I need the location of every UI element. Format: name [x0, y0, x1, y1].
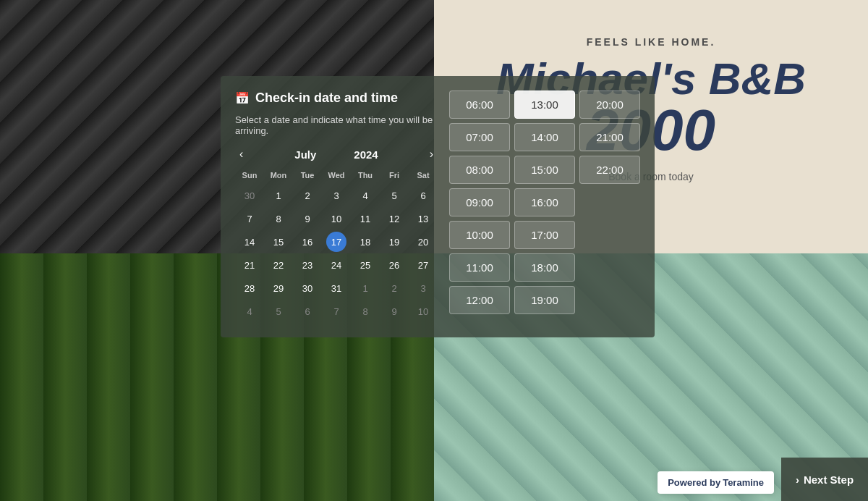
cal-cell[interactable]: 30 [297, 278, 318, 298]
time-btn-0800[interactable]: 08:00 [449, 156, 510, 184]
day-header-fri: Fri [380, 169, 409, 181]
time-btn-2100[interactable]: 21:00 [579, 123, 640, 151]
cal-cell[interactable]: 5 [268, 301, 289, 321]
cal-cell[interactable]: 22 [268, 255, 289, 275]
time-section: 06:00 13:00 20:00 07:00 14:00 21:00 08:0… [449, 90, 640, 323]
calendar-section: 📅 Check-in date and time Select a date a… [235, 90, 438, 323]
day-header-mon: Mon [264, 169, 293, 181]
powered-by-badge: Powered by Teramine [658, 471, 774, 494]
cal-cell-selected[interactable]: 17 [326, 232, 346, 252]
cal-cell[interactable]: 26 [384, 255, 404, 275]
cal-cell[interactable]: 15 [268, 232, 289, 252]
cal-cell[interactable]: 18 [355, 232, 375, 252]
cal-cell[interactable]: 4 [355, 185, 375, 206]
cal-cell[interactable]: 25 [355, 255, 375, 275]
cal-cell[interactable]: 31 [326, 278, 346, 298]
cal-cell[interactable]: 2 [384, 278, 404, 298]
cal-cell[interactable]: 24 [326, 255, 346, 275]
cal-cell[interactable]: 8 [355, 301, 375, 321]
cal-cell[interactable]: 30 [239, 185, 260, 206]
day-header-tue: Tue [293, 169, 322, 181]
next-month-button[interactable]: › [425, 146, 438, 162]
cal-cell[interactable]: 4 [239, 301, 260, 321]
cal-cell[interactable]: 12 [384, 209, 404, 229]
cal-cell[interactable]: 9 [384, 301, 404, 321]
cal-cell[interactable]: 28 [239, 278, 260, 298]
next-arrow-icon: › [796, 473, 799, 486]
time-btn-1800[interactable]: 18:00 [514, 253, 575, 282]
time-btn-1100[interactable]: 11:00 [449, 253, 510, 282]
cal-week-2: 7 8 9 10 11 12 13 [235, 207, 438, 230]
time-btn-2000[interactable]: 20:00 [579, 90, 640, 119]
panel-header: 📅 Check-in date and time [235, 90, 438, 106]
cal-cell[interactable]: 6 [297, 301, 318, 321]
day-header-wed: Wed [322, 169, 351, 181]
cal-week-3: 14 15 16 17 18 19 20 [235, 230, 438, 253]
month-year-display: JanuaryFebruaryMarch AprilMayJune JulyAu… [294, 148, 378, 161]
time-btn-2200[interactable]: 22:00 [579, 156, 640, 184]
cal-cell[interactable]: 10 [413, 301, 433, 321]
cal-cell[interactable]: 29 [268, 278, 289, 298]
time-btn-1400[interactable]: 14:00 [514, 123, 575, 151]
month-select[interactable]: JanuaryFebruaryMarch AprilMayJune JulyAu… [294, 148, 351, 161]
time-btn-0700[interactable]: 07:00 [449, 123, 510, 151]
cal-cell[interactable]: 23 [297, 255, 318, 275]
cal-cell[interactable]: 6 [413, 185, 433, 206]
cal-cell[interactable]: 16 [297, 232, 318, 252]
cal-week-4: 21 22 23 24 25 26 27 [235, 253, 438, 277]
time-btn-1900[interactable]: 19:00 [514, 286, 575, 314]
day-headers-row: Sun Mon Tue Wed Thu Fri Sat [235, 169, 438, 181]
day-header-sat: Sat [409, 169, 438, 181]
cal-cell[interactable]: 11 [355, 209, 375, 229]
next-step-button[interactable]: › Next Step [781, 458, 868, 501]
cal-cell[interactable]: 5 [384, 185, 404, 206]
time-btn-0600[interactable]: 06:00 [449, 90, 510, 119]
cal-cell[interactable]: 20 [413, 232, 433, 252]
time-btn-1700[interactable]: 17:00 [514, 221, 575, 249]
year-display: 2024 [354, 148, 378, 161]
cal-cell[interactable]: 13 [413, 209, 433, 229]
cal-week-5: 28 29 30 31 1 2 3 [235, 277, 438, 300]
tagline: FEELS LIKE HOME. [587, 36, 716, 48]
cal-cell[interactable]: 21 [239, 255, 260, 275]
next-step-label: Next Step [804, 473, 854, 486]
cal-week-6: 4 5 6 7 8 9 10 [235, 300, 438, 323]
cal-week-1: 30 1 2 3 4 5 6 [235, 184, 438, 207]
panel-title: Check-in date and time [255, 90, 398, 106]
cal-cell[interactable]: 1 [355, 278, 375, 298]
cal-cell[interactable]: 10 [326, 209, 346, 229]
powered-by-prefix: Powered by [668, 477, 720, 488]
cal-cell[interactable]: 2 [297, 185, 318, 206]
time-grid: 06:00 13:00 20:00 07:00 14:00 21:00 08:0… [449, 90, 640, 314]
cal-cell[interactable]: 7 [239, 209, 260, 229]
prev-month-button[interactable]: ‹ [235, 146, 247, 162]
time-btn-0900[interactable]: 09:00 [449, 188, 510, 216]
cal-cell[interactable]: 9 [297, 209, 318, 229]
time-btn-1200[interactable]: 12:00 [449, 286, 510, 314]
cal-cell[interactable]: 14 [239, 232, 260, 252]
time-btn-1300[interactable]: 13:00 [514, 90, 575, 119]
day-header-sun: Sun [235, 169, 264, 181]
checkin-panel: 📅 Check-in date and time Select a date a… [221, 76, 655, 337]
powered-by-brand: Teramine [723, 477, 764, 488]
cal-cell[interactable]: 7 [326, 301, 346, 321]
cal-cell[interactable]: 3 [413, 278, 433, 298]
cal-cell[interactable]: 19 [384, 232, 404, 252]
calendar-nav: ‹ JanuaryFebruaryMarch AprilMayJune July… [235, 146, 438, 162]
time-btn-1500[interactable]: 15:00 [514, 156, 575, 184]
panel-subtitle: Select a date and indicate what time you… [235, 114, 438, 136]
calendar-icon: 📅 [235, 91, 250, 105]
day-header-thu: Thu [351, 169, 380, 181]
time-btn-1000[interactable]: 10:00 [449, 221, 510, 249]
cal-cell[interactable]: 1 [268, 185, 289, 206]
time-btn-1600[interactable]: 16:00 [514, 188, 575, 216]
calendar-grid: Sun Mon Tue Wed Thu Fri Sat 30 1 2 3 4 5… [235, 169, 438, 323]
cal-cell[interactable]: 3 [326, 185, 346, 206]
cal-cell[interactable]: 8 [268, 209, 289, 229]
cal-cell[interactable]: 27 [413, 255, 433, 275]
